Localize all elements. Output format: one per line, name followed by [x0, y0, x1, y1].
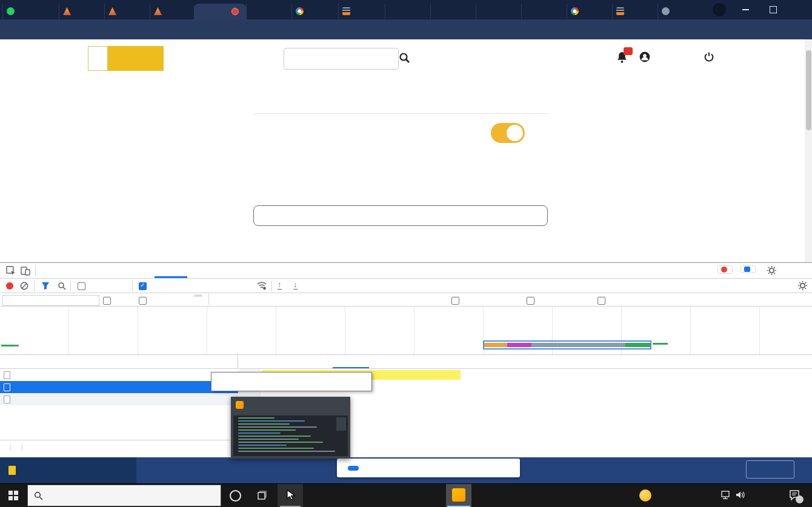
divider — [0, 278, 812, 279]
network-search-icon[interactable] — [58, 282, 66, 290]
cortana-icon[interactable] — [230, 490, 241, 502]
waterfall-stalled-segment — [507, 343, 531, 347]
weather-sun-icon[interactable] — [639, 489, 651, 502]
timeline-overview[interactable] — [0, 307, 812, 354]
site-search-input[interactable] — [284, 48, 399, 70]
clear-network-log-icon[interactable] — [20, 282, 28, 290]
browser-tab[interactable] — [291, 4, 338, 19]
timeline-waterfall-bar[interactable] — [483, 340, 651, 350]
w3schools-icon — [389, 7, 397, 15]
waterfall-queueing-segment — [484, 343, 507, 347]
device-toolbar-icon[interactable] — [21, 266, 30, 276]
stop-sharing-button[interactable] — [348, 466, 359, 471]
browser-tab[interactable] — [430, 4, 476, 19]
scrollbar-thumb[interactable] — [806, 50, 811, 130]
devtools-settings-gear-icon[interactable] — [767, 266, 776, 275]
browser-tab[interactable] — [476, 4, 521, 19]
action-center-badge — [796, 495, 804, 503]
mouse-cursor — [287, 489, 296, 502]
request-row[interactable] — [0, 369, 238, 381]
divider — [34, 280, 35, 291]
timeline-mini-bar — [1, 345, 15, 346]
user-avatar-icon[interactable] — [639, 51, 650, 62]
inspect-element-icon[interactable] — [6, 266, 16, 276]
error-count-badge[interactable] — [717, 265, 733, 274]
screen-share-banner — [337, 459, 520, 477]
divider — [70, 280, 71, 291]
browser-tab[interactable] — [521, 4, 567, 19]
divider — [239, 368, 812, 369]
logout-power-icon[interactable] — [704, 51, 714, 62]
browser-tab-active[interactable] — [194, 4, 246, 19]
divider: | — [10, 443, 12, 451]
maximize-button[interactable] — [770, 6, 777, 13]
export-har-icon[interactable]: ↓ — [293, 280, 298, 290]
show-all-button[interactable] — [746, 460, 794, 479]
network-settings-gear-icon[interactable] — [798, 281, 807, 290]
blocked-requests-checkbox[interactable] — [527, 297, 534, 305]
w3schools-icon — [434, 7, 442, 15]
request-row[interactable] — [0, 393, 238, 405]
message-count-badge[interactable] — [740, 265, 756, 273]
browser-tab[interactable] — [567, 4, 612, 19]
whatsapp-icon — [7, 7, 15, 15]
google-icon — [571, 7, 579, 15]
minimize-button[interactable] — [742, 9, 749, 10]
softileo-icon — [108, 7, 116, 15]
active-app-slot[interactable] — [446, 484, 471, 507]
divider — [253, 113, 549, 114]
tabs-row — [2, 0, 722, 19]
file-icon — [8, 466, 16, 475]
network-filter-input[interactable] — [2, 295, 99, 306]
browser-tab[interactable] — [246, 4, 291, 19]
divider — [35, 265, 36, 276]
record-button[interactable] — [6, 282, 13, 290]
has-blocked-cookies-checkbox[interactable] — [451, 297, 459, 305]
volume-tray-icon[interactable] — [736, 490, 746, 500]
task-input[interactable] — [253, 205, 548, 226]
browser-tab[interactable] — [104, 4, 150, 19]
browser-tab[interactable] — [2, 4, 59, 19]
task-view-icon[interactable] — [256, 491, 267, 500]
taskbar-search-box[interactable] — [27, 485, 221, 506]
google-icon — [296, 7, 304, 15]
test-php-panel[interactable] — [0, 457, 136, 483]
media-controls-button[interactable] — [713, 3, 726, 16]
requests-name-header[interactable] — [0, 355, 238, 369]
scroll-up-icon[interactable] — [805, 39, 812, 41]
srilance-icon — [250, 7, 258, 15]
disable-cache-checkbox[interactable] — [139, 282, 147, 290]
page-scrollbar[interactable] — [805, 39, 812, 262]
recording-indicator-icon — [231, 8, 239, 15]
site-logo[interactable] — [88, 46, 164, 71]
hide-data-urls-checkbox[interactable] — [139, 297, 147, 305]
stackoverflow-icon — [616, 7, 624, 15]
softileo-icon — [63, 7, 71, 15]
browser-tab[interactable] — [657, 4, 703, 19]
toggle-knob — [507, 125, 523, 141]
preserve-log-checkbox[interactable] — [78, 282, 85, 290]
browser-tab[interactable] — [612, 4, 657, 19]
request-row-selected[interactable] — [0, 381, 238, 393]
browser-tab[interactable] — [338, 4, 385, 19]
search-icon[interactable] — [399, 52, 410, 64]
w3schools-icon — [525, 7, 533, 15]
network-summary-bar: | | — [0, 440, 242, 454]
type-filter-all[interactable] — [194, 294, 202, 297]
sublime-taskbar-preview[interactable] — [231, 397, 350, 459]
import-har-icon[interactable]: ↑ — [278, 280, 282, 290]
third-party-requests-checkbox[interactable] — [597, 297, 605, 305]
timer-toggle[interactable] — [491, 123, 525, 143]
start-button[interactable] — [8, 491, 18, 500]
browser-tab[interactable] — [59, 4, 104, 19]
waterfall-waiting-segment — [531, 343, 625, 347]
taskbar-search-icon — [34, 491, 43, 500]
network-conditions-icon[interactable] — [257, 281, 267, 290]
network-tray-icon[interactable] — [721, 491, 731, 500]
browser-tab[interactable] — [150, 4, 194, 19]
invert-checkbox[interactable] — [103, 297, 111, 305]
document-icon — [4, 383, 10, 391]
filter-funnel-icon[interactable] — [41, 282, 50, 290]
browser-tab[interactable] — [385, 4, 430, 19]
document-icon — [4, 371, 10, 379]
